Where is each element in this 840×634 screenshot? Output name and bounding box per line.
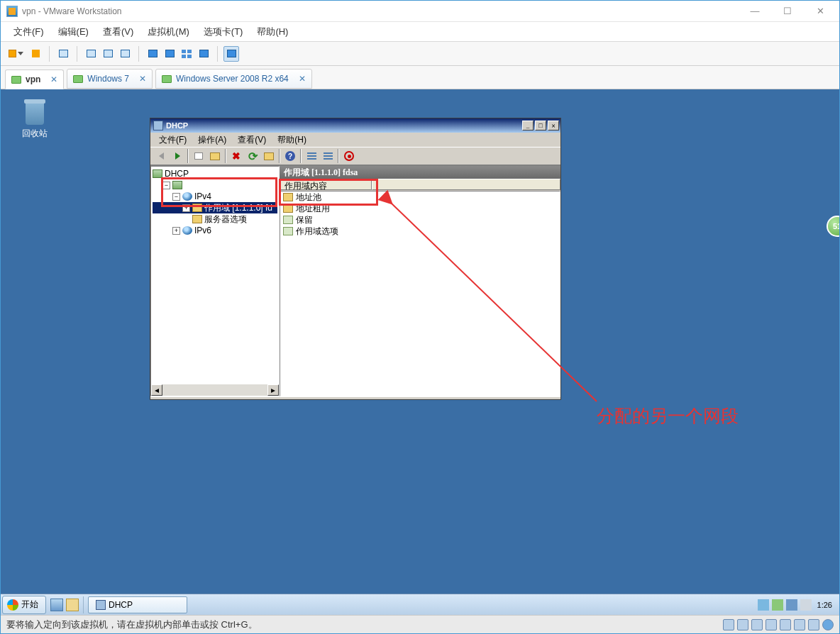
tray-network2-icon[interactable] xyxy=(786,599,797,611)
menu-file[interactable]: 文件(F) xyxy=(6,23,51,41)
device-sound-icon[interactable] xyxy=(780,619,791,630)
separator xyxy=(338,149,339,163)
menu-help[interactable]: 帮助(H) xyxy=(272,133,312,148)
snapshot-button[interactable] xyxy=(55,46,71,62)
menu-action[interactable]: 操作(A) xyxy=(192,133,232,148)
tree-scope-label: 作用域 [1.1.1.0] fd xyxy=(204,202,272,214)
expand-icon[interactable]: + xyxy=(172,227,180,235)
vm-icon xyxy=(73,75,83,83)
tab-windows7[interactable]: Windows 7 ✕ xyxy=(67,69,153,89)
tray-volume-icon[interactable] xyxy=(800,599,812,611)
refresh-button[interactable]: ⟳ xyxy=(245,148,260,164)
up-button[interactable] xyxy=(191,148,206,164)
minimize-button[interactable]: — xyxy=(739,1,771,21)
up-icon xyxy=(194,152,203,160)
menu-help[interactable]: 帮助(H) xyxy=(250,23,295,41)
forward-button[interactable] xyxy=(170,148,185,164)
tree-ipv4[interactable]: − IPv4 xyxy=(153,191,277,202)
suspend-button[interactable] xyxy=(28,46,43,62)
dhcp-titlebar[interactable]: DHCP _ □ × xyxy=(150,118,560,133)
col-empty[interactable] xyxy=(372,179,560,190)
scroll-left-icon[interactable]: ◂ xyxy=(151,384,162,396)
guest-desktop[interactable]: 回收站 DHCP _ □ × 文件(F) 操作(A) 查看(V) 帮助(H) xyxy=(1,89,839,615)
edge-badge[interactable]: 51 xyxy=(827,216,839,237)
col-scope-contents[interactable]: 作用域内容 xyxy=(280,179,372,190)
list-item[interactable]: 地址租用 xyxy=(280,203,560,214)
properties-button[interactable] xyxy=(207,148,223,164)
snapshot-revert-button[interactable] xyxy=(100,46,116,62)
list-button[interactable] xyxy=(304,148,319,164)
tree-server[interactable]: − xyxy=(153,179,277,191)
item-label: 地址池 xyxy=(296,191,321,204)
stretch-button[interactable] xyxy=(223,46,239,62)
tree-h-scrollbar[interactable]: ◂ ▸ xyxy=(151,384,279,396)
device-net-icon[interactable] xyxy=(751,619,763,630)
device-cd-icon[interactable] xyxy=(737,619,748,630)
tree-ipv4-label: IPv4 xyxy=(194,191,211,201)
taskbar-task-dhcp[interactable]: DHCP xyxy=(88,596,187,613)
help-button[interactable]: ? xyxy=(282,148,298,164)
tray-network-icon[interactable] xyxy=(758,599,769,611)
unity-button[interactable] xyxy=(162,46,177,62)
tab-close-icon[interactable]: ✕ xyxy=(299,74,306,84)
tree-ipv6[interactable]: + IPv6 xyxy=(153,225,277,236)
dhcp-toolbar: ✖ ⟳ ? xyxy=(150,147,560,165)
delete-button[interactable]: ✖ xyxy=(228,148,244,164)
power-icon xyxy=(9,50,16,57)
tab-close-icon[interactable]: ✕ xyxy=(139,74,146,84)
close-button[interactable]: ✕ xyxy=(804,1,836,21)
dhcp-root-icon xyxy=(153,169,162,178)
recycle-bin[interactable]: 回收站 xyxy=(13,98,56,140)
maximize-button[interactable]: ☐ xyxy=(771,1,804,21)
arrow-left-icon xyxy=(159,152,164,160)
separator xyxy=(49,46,50,62)
device-hdd-icon[interactable] xyxy=(723,619,734,630)
export-button[interactable] xyxy=(261,148,277,164)
menu-vm[interactable]: 虚拟机(M) xyxy=(140,23,197,41)
scroll-right-icon[interactable]: ▸ xyxy=(267,384,279,396)
collapse-icon[interactable]: − xyxy=(162,182,170,189)
collapse-icon[interactable]: − xyxy=(172,193,180,201)
detail-button[interactable] xyxy=(320,148,336,164)
thumbnail-button[interactable] xyxy=(179,46,194,62)
back-button[interactable] xyxy=(153,148,169,164)
menu-tabs[interactable]: 选项卡(T) xyxy=(197,23,250,41)
device-display-icon[interactable] xyxy=(808,619,819,630)
snapshot-manager-button[interactable] xyxy=(117,46,133,62)
explorer-icon[interactable] xyxy=(66,599,79,611)
list-body[interactable]: 地址池 地址租用 保留 作用域选项 xyxy=(280,191,560,396)
tree-root[interactable]: DHCP xyxy=(153,168,277,179)
scroll-track[interactable] xyxy=(162,384,267,396)
show-desktop-icon[interactable] xyxy=(50,599,63,611)
minimize-button[interactable]: _ xyxy=(522,121,534,130)
close-button[interactable]: × xyxy=(548,121,559,130)
menu-edit[interactable]: 编辑(E) xyxy=(51,23,96,41)
tree-scope-selected[interactable]: + 作用域 [1.1.1.0] fd xyxy=(153,202,277,213)
power-button[interactable] xyxy=(5,46,26,62)
tab-vpn[interactable]: vpn ✕ xyxy=(5,69,64,89)
snapshot-take-button[interactable] xyxy=(83,46,99,62)
fullscreen-button[interactable] xyxy=(145,46,160,62)
list-item[interactable]: 保留 xyxy=(280,214,560,226)
dhcp-tree-pane[interactable]: DHCP − − IPv4 + xyxy=(150,166,280,396)
tab-winserver2008[interactable]: Windows Server 2008 R2 x64 ✕ xyxy=(155,69,312,89)
console-button[interactable] xyxy=(196,46,211,62)
start-button[interactable]: 开始 xyxy=(2,596,46,614)
tree-server-options[interactable]: 服务器选项 xyxy=(153,213,277,225)
list-column-headers: 作用域内容 xyxy=(280,179,560,191)
menu-file[interactable]: 文件(F) xyxy=(153,133,192,148)
record-button[interactable] xyxy=(341,148,357,164)
maximize-button[interactable]: □ xyxy=(535,121,546,130)
list-item[interactable]: 作用域选项 xyxy=(280,226,560,237)
tray-security-icon[interactable] xyxy=(772,599,783,611)
menu-view[interactable]: 查看(V) xyxy=(232,133,272,148)
tray-clock[interactable]: 1:26 xyxy=(814,601,835,609)
list-item[interactable]: 地址池 xyxy=(280,191,560,203)
expand-icon[interactable]: + xyxy=(182,204,190,212)
tab-close-icon[interactable]: ✕ xyxy=(50,74,57,84)
message-log-icon[interactable] xyxy=(822,619,834,630)
menu-view[interactable]: 查看(V) xyxy=(96,23,140,41)
tab-label: vpn xyxy=(26,74,40,84)
device-usb-icon[interactable] xyxy=(766,619,777,630)
device-printer-icon[interactable] xyxy=(794,619,805,630)
